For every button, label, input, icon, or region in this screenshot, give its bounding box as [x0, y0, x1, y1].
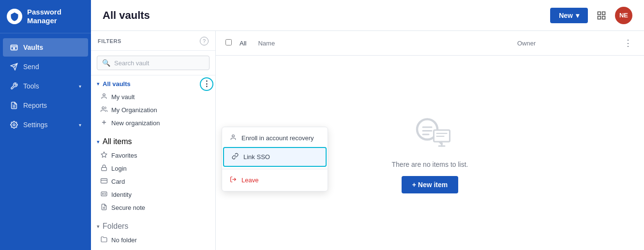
- select-all-checkbox-wrap: [225, 39, 232, 47]
- search-icon: 🔍: [102, 59, 110, 67]
- vault-item-my-org-label: My Organization: [111, 106, 157, 114]
- vault-item-secure-note[interactable]: Secure note: [97, 201, 210, 214]
- svg-rect-17: [101, 178, 107, 183]
- settings-icon: [10, 120, 18, 129]
- filters-header: FILTERS ?: [91, 31, 215, 51]
- search-input[interactable]: [114, 59, 204, 67]
- sidebar-item-reports[interactable]: Reports: [3, 96, 88, 115]
- folder-icon: [101, 236, 107, 244]
- vault-table-header: All Name Owner ⋮: [216, 31, 644, 56]
- avatar-initials: NE: [619, 12, 628, 19]
- tools-chevron-icon: ▾: [79, 84, 81, 89]
- sidebar-item-settings[interactable]: Settings ▾: [3, 116, 88, 134]
- new-item-button-label: + New item: [412, 181, 448, 189]
- sidebar: Password Manager Vaults Send: [0, 0, 91, 250]
- page-header: All vaults New ▾ NE: [91, 0, 644, 31]
- vault-item-my-vault-label: My vault: [111, 93, 135, 101]
- sidebar-item-settings-label: Settings: [23, 121, 48, 129]
- select-all-checkbox[interactable]: [225, 39, 232, 45]
- vault-item-my-vault[interactable]: My vault: [97, 90, 210, 103]
- vault-item-new-org[interactable]: New organization: [97, 117, 210, 130]
- vaults-icon: [10, 43, 18, 52]
- sidebar-item-send-label: Send: [23, 63, 39, 71]
- search-box: 🔍: [91, 51, 215, 75]
- vault-item-favorites[interactable]: Favorites: [97, 149, 210, 162]
- card-icon: [101, 177, 107, 186]
- col-owner-label: Owner: [517, 40, 614, 47]
- dropdown-item-leave[interactable]: Leave: [222, 171, 328, 189]
- col-name-label: Name: [258, 40, 509, 47]
- svg-rect-7: [598, 12, 601, 15]
- svg-rect-9: [598, 16, 601, 19]
- header-actions: New ▾ NE: [550, 7, 632, 24]
- dropdown-item-leave-label: Leave: [241, 176, 258, 184]
- filters-info-button[interactable]: ?: [200, 37, 209, 45]
- user-avatar[interactable]: NE: [615, 7, 632, 24]
- svg-point-1: [14, 48, 15, 49]
- empty-state-icon: [408, 112, 452, 153]
- svg-rect-16: [102, 167, 107, 170]
- new-item-button[interactable]: + New item: [402, 176, 459, 193]
- table-options-button[interactable]: ⋮: [622, 36, 634, 50]
- dropdown-divider: [222, 169, 328, 169]
- search-input-wrap: 🔍: [97, 56, 210, 70]
- all-vaults-header[interactable]: ▾ All vaults ⋮: [97, 80, 210, 88]
- add-org-icon: [101, 119, 107, 127]
- app-logo: [7, 9, 22, 24]
- vault-item-login[interactable]: Login: [97, 162, 210, 175]
- vault-item-favorites-label: Favorites: [111, 152, 137, 159]
- svg-point-20: [103, 193, 104, 194]
- vault-item-identity-label: Identity: [111, 191, 132, 198]
- new-button-label: New: [559, 12, 573, 19]
- all-vaults-chevron-icon: ▾: [97, 81, 100, 87]
- all-vaults-section: ▾ All vaults ⋮ My vault: [91, 75, 215, 132]
- sidebar-item-tools[interactable]: Tools ▾: [3, 77, 88, 95]
- folders-header[interactable]: ▾ Folders: [97, 222, 210, 231]
- dropdown-item-link-sso-label: Link SSO: [243, 153, 270, 161]
- all-items-label: All items: [103, 137, 132, 146]
- info-icon: ?: [203, 38, 206, 44]
- main-area: All vaults New ▾ NE FILTERS ?: [91, 0, 644, 250]
- new-button-chevron-icon: ▾: [576, 12, 579, 19]
- svg-rect-10: [602, 16, 605, 19]
- all-items-header[interactable]: ▾ All items: [97, 137, 210, 146]
- svg-marker-15: [101, 152, 107, 157]
- vault-item-card[interactable]: Card: [97, 175, 210, 188]
- svg-point-11: [103, 94, 105, 96]
- svg-point-6: [13, 124, 15, 126]
- enroll-icon: [230, 134, 237, 142]
- tools-icon: [10, 82, 18, 90]
- svg-rect-8: [602, 12, 605, 15]
- filters-title: FILTERS: [98, 38, 121, 44]
- folders-label: Folders: [103, 222, 128, 231]
- dropdown-item-link-sso[interactable]: Link SSO: [223, 147, 327, 167]
- vault-item-no-folder[interactable]: No folder: [97, 234, 210, 247]
- reports-icon: [10, 101, 18, 110]
- filters-panel: FILTERS ? 🔍 ▾ All vaults ⋮: [91, 31, 216, 250]
- person-icon: [101, 93, 107, 101]
- context-menu-button[interactable]: ⋮: [200, 77, 213, 91]
- dropdown-item-enroll-label: Enroll in account recovery: [241, 134, 314, 142]
- svg-point-12: [102, 107, 105, 109]
- vault-item-new-org-label: New organization: [111, 119, 160, 127]
- sidebar-item-tools-label: Tools: [23, 82, 39, 90]
- sidebar-item-vaults[interactable]: Vaults: [3, 38, 88, 57]
- vault-item-my-org[interactable]: My Organization: [97, 103, 210, 117]
- sidebar-item-send[interactable]: Send: [3, 58, 88, 76]
- app-title: Password Manager: [27, 8, 84, 25]
- star-icon: [101, 151, 107, 160]
- sidebar-item-vaults-label: Vaults: [23, 44, 43, 51]
- page-title: All vaults: [103, 9, 550, 22]
- content-wrapper: FILTERS ? 🔍 ▾ All vaults ⋮: [91, 31, 644, 250]
- new-button[interactable]: New ▾: [550, 8, 588, 23]
- org-icon: [101, 106, 107, 114]
- folders-chevron-icon: ▾: [97, 223, 100, 230]
- all-items-chevron-icon: ▾: [97, 139, 100, 145]
- grid-view-button[interactable]: [594, 8, 609, 23]
- identity-icon: [101, 191, 107, 199]
- vault-item-identity[interactable]: Identity: [97, 188, 210, 201]
- all-items-section: ▾ All items Favorites: [91, 132, 215, 217]
- dropdown-item-enroll[interactable]: Enroll in account recovery: [222, 129, 328, 147]
- vault-item-no-folder-label: No folder: [111, 236, 137, 244]
- settings-chevron-icon: ▾: [79, 122, 81, 128]
